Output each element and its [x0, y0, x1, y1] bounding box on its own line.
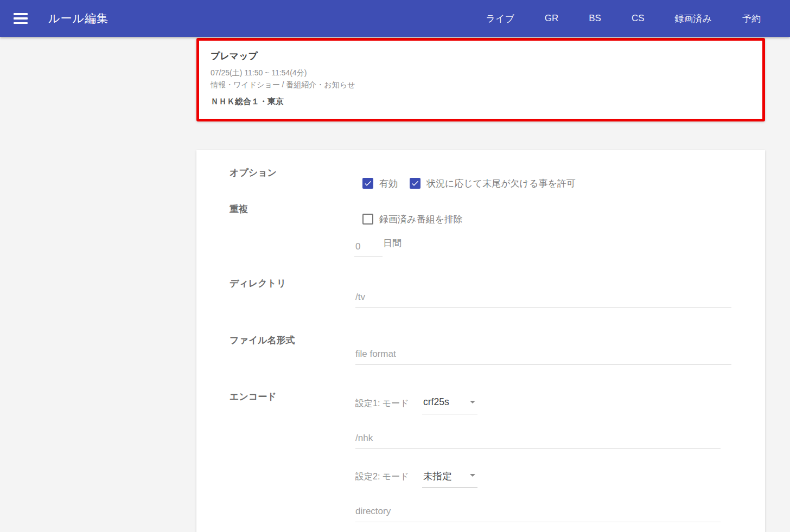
nav-item-gr[interactable]: GR — [545, 13, 559, 24]
duplicate-label: 重複 — [230, 203, 248, 215]
file-format-input[interactable] — [355, 347, 731, 365]
page-title: ルール編集 — [48, 11, 109, 26]
encode-setting1-label: 設定1: モード — [355, 398, 409, 409]
encode-mode2-value: 未指定 — [423, 470, 452, 483]
program-channel: ＮＨＫ総合１・東京 — [211, 97, 751, 107]
program-genre: 情報・ワイドショー / 番組紹介・お知らせ — [211, 80, 751, 90]
enabled-checkbox[interactable] — [362, 178, 373, 189]
nav-item-bs[interactable]: BS — [589, 13, 601, 24]
encode-mode2-select[interactable]: 未指定 — [422, 469, 477, 488]
encode1-directory-input[interactable] — [355, 431, 721, 449]
file-format-label: ファイル名形式 — [230, 335, 295, 347]
chevron-down-icon — [470, 401, 475, 403]
allow-end-cut-checkbox-label: 状況に応じて末尾が欠ける事を許可 — [426, 177, 576, 190]
allow-end-cut-checkbox[interactable] — [410, 178, 421, 189]
nav-item-reserve[interactable]: 予約 — [742, 12, 761, 25]
exclude-recorded-checkbox-label: 録画済み番組を排除 — [379, 213, 463, 226]
directory-label: ディレクトリ — [230, 278, 286, 290]
program-time: 07/25(土) 11:50 ~ 11:54(4分) — [211, 68, 751, 78]
chevron-down-icon — [470, 474, 475, 477]
enabled-checkbox-label: 有効 — [379, 177, 398, 190]
rule-edit-form-card: オプション 有効 状況に応じて末尾が欠ける事を許可 重複 録画済み番組を排除 日… — [196, 150, 765, 532]
program-title: プレマップ — [211, 50, 751, 62]
encode-label: エンコード — [230, 391, 277, 403]
exclude-recorded-checkbox[interactable] — [362, 214, 373, 225]
duplicate-days-unit-label: 日間 — [383, 237, 402, 249]
options-label: オプション — [230, 167, 277, 179]
nav-item-live[interactable]: ライブ — [486, 12, 514, 25]
encode-setting2-label: 設定2: モード — [355, 471, 409, 483]
options-checkbox-row: 有効 状況に応じて末尾が欠ける事を許可 — [362, 177, 576, 189]
check-icon — [411, 179, 419, 188]
encode-mode1-select[interactable]: crf25s — [422, 395, 477, 414]
app-bar: ルール編集 ライブ GR BS CS 録画済み 予約 — [0, 0, 790, 37]
hamburger-menu-icon[interactable] — [14, 13, 28, 24]
nav-item-cs[interactable]: CS — [632, 13, 645, 24]
program-info-card: プレマップ 07/25(土) 11:50 ~ 11:54(4分) 情報・ワイドシ… — [196, 38, 765, 121]
top-navigation: ライブ GR BS CS 録画済み 予約 — [486, 12, 790, 25]
duplicate-days-input[interactable] — [354, 240, 383, 257]
encode2-directory-input[interactable] — [355, 504, 721, 522]
encode-mode1-value: crf25s — [423, 396, 449, 408]
duplicate-checkbox-row: 録画済み番組を排除 — [362, 213, 463, 225]
nav-item-recorded[interactable]: 録画済み — [675, 12, 712, 25]
check-icon — [364, 179, 372, 188]
directory-input[interactable] — [355, 290, 731, 308]
